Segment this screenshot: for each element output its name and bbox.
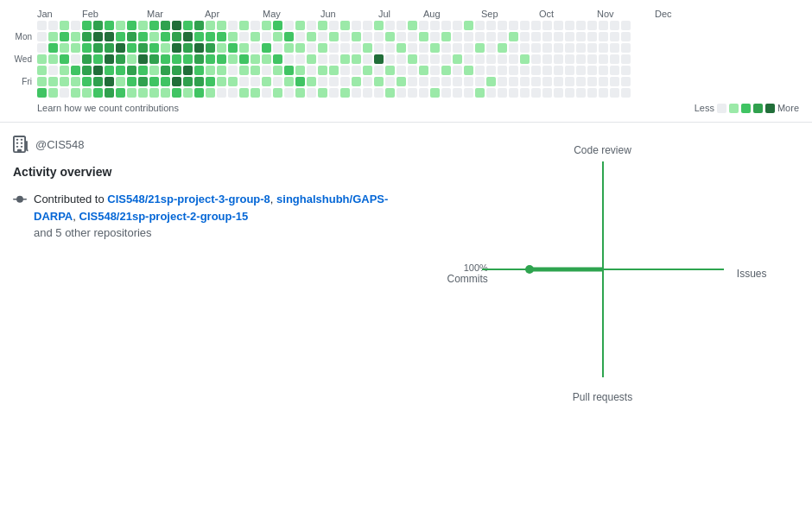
day-cell <box>430 88 440 98</box>
day-cell <box>262 66 271 75</box>
week-col <box>464 21 473 98</box>
day-cell <box>531 21 541 30</box>
day-cell <box>587 77 597 86</box>
week-col <box>610 21 619 98</box>
day-cell <box>352 54 361 64</box>
calendar-body: Mon Wed Fri <box>13 21 799 98</box>
day-cell <box>105 77 114 86</box>
week-col <box>587 21 597 98</box>
day-cell <box>318 43 327 53</box>
day-cell <box>610 32 619 41</box>
day-cell <box>228 88 238 98</box>
org-name: @CIS548 <box>35 138 85 151</box>
day-cell <box>475 32 485 41</box>
day-cell <box>498 77 507 86</box>
week-col <box>486 21 496 98</box>
day-cell <box>82 88 92 98</box>
day-cell <box>352 21 361 30</box>
week-col <box>183 21 193 98</box>
day-cell <box>37 21 47 30</box>
week-col <box>149 21 159 98</box>
day-cell <box>217 43 226 53</box>
day-cell <box>363 21 372 30</box>
week-col <box>542 21 552 98</box>
week-col <box>194 21 204 98</box>
day-cell <box>599 43 608 53</box>
day-cell <box>621 77 631 86</box>
day-label-mon: Mon <box>13 32 34 41</box>
repo-link-1[interactable]: CIS548/21sp-project-3-group-8 <box>107 193 270 205</box>
day-cell <box>565 77 574 86</box>
day-cell <box>385 32 395 41</box>
day-cell <box>228 21 238 30</box>
day-cell <box>576 21 586 30</box>
day-cell <box>542 43 552 53</box>
day-cell <box>295 77 305 86</box>
day-cell <box>284 77 294 86</box>
day-cell <box>486 88 496 98</box>
day-cell <box>408 88 417 98</box>
day-cell <box>340 43 350 53</box>
day-cell <box>374 88 384 98</box>
day-cell <box>542 88 552 98</box>
week-col <box>554 21 563 98</box>
day-cell <box>385 43 395 53</box>
day-cell <box>60 77 69 86</box>
day-cell <box>565 21 574 30</box>
day-cell <box>295 43 305 53</box>
day-cell <box>430 32 440 41</box>
day-cell <box>206 21 215 30</box>
day-cell <box>486 66 496 75</box>
day-cell <box>307 32 316 41</box>
day-cell <box>419 66 428 75</box>
day-cell <box>217 32 226 41</box>
day-cell <box>464 66 473 75</box>
day-cell <box>138 43 148 53</box>
day-cell <box>396 21 406 30</box>
day-cell <box>352 88 361 98</box>
day-cell <box>273 77 282 86</box>
day-cell <box>206 54 215 64</box>
day-cell <box>60 32 69 41</box>
day-cell <box>105 21 114 30</box>
legend-cell-4 <box>765 104 775 113</box>
week-col <box>340 21 350 98</box>
day-cell <box>408 32 417 41</box>
day-cell <box>194 77 204 86</box>
day-cell <box>587 66 597 75</box>
day-cell <box>554 77 563 86</box>
day-cell <box>554 88 563 98</box>
month-feb: Feb <box>82 9 147 19</box>
day-cell <box>161 32 170 41</box>
day-cell <box>105 43 114 53</box>
day-cell <box>599 77 608 86</box>
day-cell <box>161 21 170 30</box>
week-col <box>329 21 339 98</box>
day-cell <box>127 54 136 64</box>
day-cell <box>48 32 58 41</box>
day-labels-column: Mon Wed Fri <box>13 21 34 98</box>
day-cell <box>498 66 507 75</box>
day-cell <box>396 88 406 98</box>
day-cell <box>531 77 541 86</box>
day-cell <box>273 88 282 98</box>
day-cell <box>363 88 372 98</box>
repo-link-3[interactable]: CIS548/21sp-project-2-group-15 <box>79 210 249 223</box>
contributed-prefix: Contributed to <box>34 193 107 205</box>
day-cell <box>610 54 619 64</box>
day-cell <box>273 43 282 53</box>
day-cell <box>161 43 170 53</box>
day-cell <box>498 43 507 53</box>
day-cell <box>149 21 159 30</box>
week-col <box>453 21 462 98</box>
day-cell <box>565 54 574 64</box>
day-cell <box>194 21 204 30</box>
learn-contributions-link[interactable]: Learn how we count contributions <box>37 103 179 113</box>
day-cell <box>206 77 215 86</box>
commit-icon <box>13 193 27 212</box>
day-cell <box>116 66 125 75</box>
day-cell <box>37 43 47 53</box>
week-col <box>430 21 440 98</box>
right-panel: Code review Issues Pull requests 100% Co… <box>406 136 799 412</box>
month-nov: Nov <box>597 9 655 19</box>
